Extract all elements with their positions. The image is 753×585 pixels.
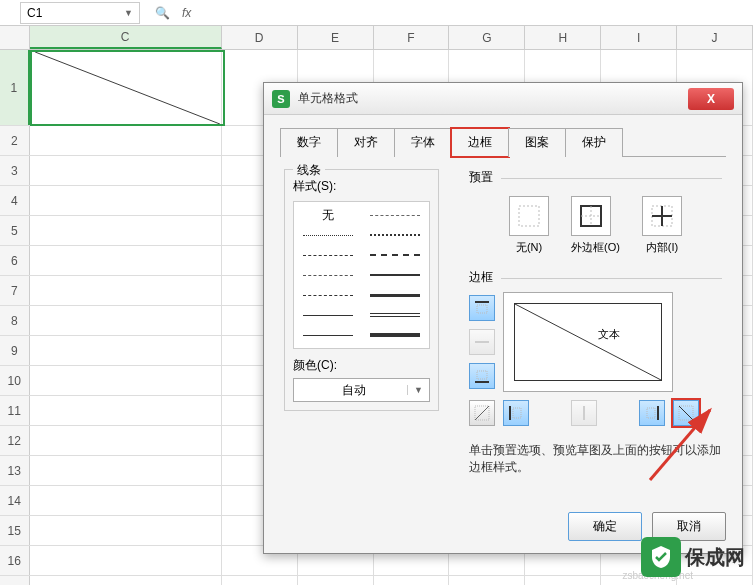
name-box[interactable]: C1 ▼ <box>20 2 140 24</box>
formula-icons: 🔍 fx <box>155 6 191 20</box>
fx-icon[interactable]: fx <box>182 6 191 20</box>
border-hmiddle-button[interactable] <box>469 329 495 355</box>
tab-bar: 数字 对齐 字体 边框 图案 保护 <box>280 127 726 157</box>
cell[interactable] <box>30 156 222 185</box>
row-header[interactable]: 13 <box>0 456 30 485</box>
dropdown-arrow-icon[interactable]: ▼ <box>124 8 133 18</box>
style-option[interactable] <box>367 228 424 242</box>
style-list[interactable]: 无 <box>293 201 430 349</box>
column-header[interactable]: I <box>601 26 677 49</box>
row-header[interactable]: 7 <box>0 276 30 305</box>
tab-protect[interactable]: 保护 <box>565 128 623 157</box>
style-option[interactable] <box>367 268 424 282</box>
cell[interactable] <box>30 576 222 585</box>
cell[interactable] <box>30 336 222 365</box>
preset-outer-button[interactable]: 外边框(O) <box>571 196 620 255</box>
row-header[interactable]: 11 <box>0 396 30 425</box>
column-header[interactable]: F <box>374 26 450 49</box>
tab-number[interactable]: 数字 <box>280 128 338 157</box>
style-option[interactable] <box>367 248 424 262</box>
cell[interactable] <box>30 216 222 245</box>
cell[interactable] <box>30 456 222 485</box>
cell[interactable] <box>374 576 450 585</box>
border-section-label: 边框 <box>469 269 722 286</box>
border-right-button[interactable] <box>639 400 665 426</box>
search-icon[interactable]: 🔍 <box>155 6 170 20</box>
close-button[interactable]: X <box>688 88 734 110</box>
tab-border[interactable]: 边框 <box>451 128 509 157</box>
preset-section: 预置 无(N) 外边框(O) 内部(I) <box>469 169 722 255</box>
cell[interactable] <box>30 50 222 125</box>
preset-none-button[interactable]: 无(N) <box>509 196 549 255</box>
color-value: 自动 <box>300 382 407 399</box>
row-header[interactable]: 4 <box>0 186 30 215</box>
row-header[interactable]: 16 <box>0 546 30 575</box>
border-preview[interactable]: 文本 <box>503 292 673 392</box>
cell[interactable] <box>222 576 298 585</box>
style-option[interactable] <box>300 308 357 322</box>
svg-rect-1 <box>519 206 539 226</box>
cell[interactable] <box>30 546 222 575</box>
cell[interactable] <box>30 516 222 545</box>
column-header[interactable]: C <box>30 26 222 49</box>
row-header[interactable]: 2 <box>0 126 30 155</box>
row-header[interactable]: 14 <box>0 486 30 515</box>
row-header[interactable]: 5 <box>0 216 30 245</box>
style-option[interactable] <box>300 248 357 262</box>
cell[interactable] <box>298 576 374 585</box>
row-header[interactable]: 15 <box>0 516 30 545</box>
preset-inner-button[interactable]: 内部(I) <box>642 196 682 255</box>
border-bottom-button[interactable] <box>469 363 495 389</box>
logo-text: 保成网 <box>685 544 745 571</box>
style-option[interactable] <box>367 288 424 302</box>
cell[interactable] <box>30 366 222 395</box>
row-header[interactable]: 17 <box>0 576 30 585</box>
tab-font[interactable]: 字体 <box>394 128 452 157</box>
style-option[interactable] <box>367 308 424 322</box>
cell[interactable] <box>30 396 222 425</box>
row-header[interactable]: 3 <box>0 156 30 185</box>
tab-pattern[interactable]: 图案 <box>508 128 566 157</box>
border-diag-down-button[interactable] <box>673 400 699 426</box>
dialog-titlebar[interactable]: S 单元格格式 X <box>264 83 742 115</box>
column-header[interactable]: H <box>525 26 601 49</box>
style-none[interactable]: 无 <box>300 208 357 222</box>
cell[interactable] <box>30 276 222 305</box>
ok-button[interactable]: 确定 <box>568 512 642 541</box>
app-icon: S <box>272 90 290 108</box>
style-option[interactable] <box>300 268 357 282</box>
border-top-button[interactable] <box>469 295 495 321</box>
row-header[interactable]: 6 <box>0 246 30 275</box>
cell[interactable] <box>30 306 222 335</box>
border-vmiddle-button[interactable] <box>571 400 597 426</box>
border-diag-up-button[interactable] <box>469 400 495 426</box>
column-header[interactable]: E <box>298 26 374 49</box>
column-header[interactable]: G <box>449 26 525 49</box>
style-option[interactable] <box>300 288 357 302</box>
style-option[interactable] <box>367 328 424 342</box>
svg-rect-12 <box>477 371 487 379</box>
cell[interactable] <box>525 576 601 585</box>
cell[interactable] <box>30 246 222 275</box>
cell[interactable] <box>30 426 222 455</box>
row-header[interactable]: 1 <box>0 50 30 125</box>
column-header[interactable]: D <box>222 26 298 49</box>
style-option[interactable] <box>367 208 424 222</box>
column-header[interactable]: J <box>677 26 753 49</box>
row-header[interactable]: 10 <box>0 366 30 395</box>
cell[interactable] <box>30 186 222 215</box>
style-option[interactable] <box>300 228 357 242</box>
cell[interactable] <box>30 126 222 155</box>
select-all-corner[interactable] <box>0 26 30 49</box>
row-header[interactable]: 8 <box>0 306 30 335</box>
row-header[interactable]: 12 <box>0 426 30 455</box>
preset-inner-icon <box>642 196 682 236</box>
row-header[interactable]: 9 <box>0 336 30 365</box>
tab-align[interactable]: 对齐 <box>337 128 395 157</box>
svg-line-13 <box>515 304 661 380</box>
cell[interactable] <box>449 576 525 585</box>
style-option[interactable] <box>300 328 357 342</box>
color-dropdown[interactable]: 自动 ▼ <box>293 378 430 402</box>
cell[interactable] <box>30 486 222 515</box>
border-left-button[interactable] <box>503 400 529 426</box>
